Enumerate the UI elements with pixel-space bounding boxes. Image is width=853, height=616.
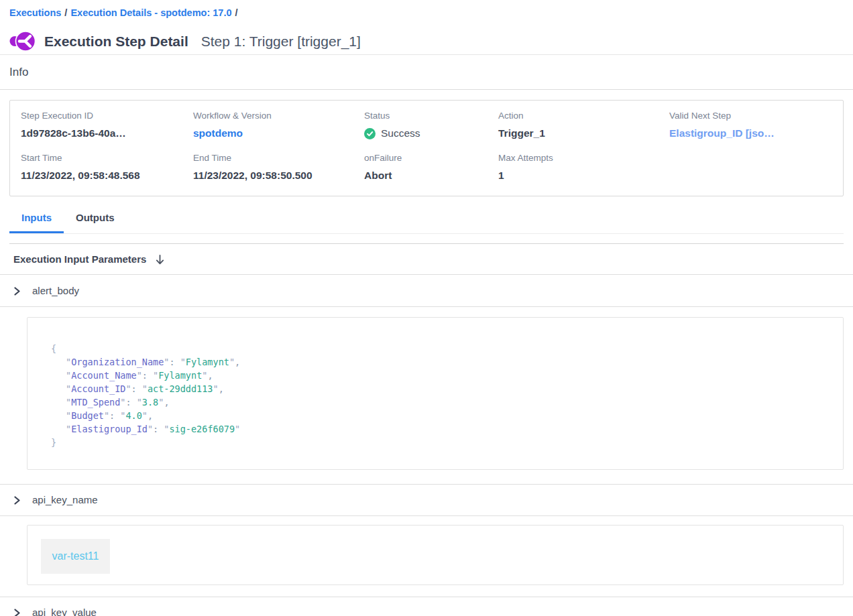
field-workflow-version: Workflow & Version spotdemo [193,110,364,140]
section-api-key-name[interactable]: api_key_name [0,485,853,515]
field-max-attempts: Max Attempts 1 [498,152,669,182]
breadcrumb-link-executions[interactable]: Executions [9,7,61,18]
row-divider [0,515,853,516]
field-value: Trigger_1 [498,127,669,140]
field-action: Action Trigger_1 [498,110,669,140]
field-label: Valid Next Step [669,110,832,121]
field-value: 11/23/2022, 09:58:48.568 [21,169,193,182]
sort-descending-arrow-icon[interactable] [154,254,166,265]
breadcrumb-separator: / [61,7,70,18]
page-title: Execution Step Detail [44,34,188,50]
info-divider [0,89,853,90]
params-title: Execution Input Parameters [13,253,146,266]
field-status: Status Success [364,110,498,140]
field-value: 11/23/2022, 09:58:50.500 [193,169,364,182]
page-subtitle: Step 1: Trigger [trigger_1] [201,34,361,50]
breadcrumb-link-execution-details[interactable]: Execution Details - spotdemo: 17.0 [70,7,231,18]
valid-next-step-link[interactable]: Elastigroup_ID [jso… [669,127,775,139]
field-label: Max Attempts [498,152,669,164]
tab-outputs[interactable]: Outputs [64,211,127,233]
alert-body-json-box: {"Organization_Name": "Fylamynt","Accoun… [27,317,844,470]
field-label: End Time [193,152,364,164]
section-alert-body[interactable]: alert_body [0,275,853,306]
chevron-right-icon [13,287,21,296]
field-label: Start Time [21,152,193,164]
api-key-name-value-box: var-test11 [27,525,844,585]
json-viewer-code: {"Organization_Name": "Fylamynt","Accoun… [51,342,830,449]
section-api-key-value[interactable]: api_key_value [0,597,853,616]
fylamynt-logo-icon [9,29,36,53]
api-key-name-value: var-test11 [41,539,110,574]
field-step-execution-id: Step Execution ID 1d97828c-13b6-40a… [21,110,193,140]
row-divider [0,306,853,307]
field-end-time: End Time 11/23/2022, 09:58:50.500 [193,152,364,182]
field-value: 1 [498,169,669,182]
info-heading: Info [0,55,853,79]
section-label: alert_body [32,284,79,298]
params-header: Execution Input Parameters [0,244,853,274]
section-label: api_key_value [32,606,97,616]
field-label: Step Execution ID [21,110,193,121]
success-check-icon [364,128,376,139]
chevron-right-icon [13,496,21,505]
tab-inputs[interactable]: Inputs [9,211,64,233]
field-on-failure: onFailure Abort [364,152,498,182]
field-label: Status [364,110,498,121]
breadcrumb: Executions/Execution Details - spotdemo:… [0,0,853,19]
page-header: Execution Step Detail Step 1: Trigger [t… [0,19,853,54]
status-text: Success [381,127,420,140]
tabbar: Inputs Outputs [9,211,844,234]
field-label: Workflow & Version [193,110,364,121]
section-label: api_key_name [32,493,98,507]
workflow-link[interactable]: spotdemo [193,127,243,139]
status-value: Success [364,127,498,140]
breadcrumb-separator: / [232,7,241,18]
field-label: Action [498,110,669,121]
info-card: Step Execution ID 1d97828c-13b6-40a… Wor… [9,100,844,196]
field-start-time: Start Time 11/23/2022, 09:58:48.568 [21,152,193,182]
field-valid-next-step: Valid Next Step Elastigroup_ID [jso… [669,110,832,140]
field-value: 1d97828c-13b6-40a… [21,127,193,140]
field-label: onFailure [364,152,498,164]
chevron-right-icon [13,609,21,616]
field-value: Abort [364,169,498,182]
